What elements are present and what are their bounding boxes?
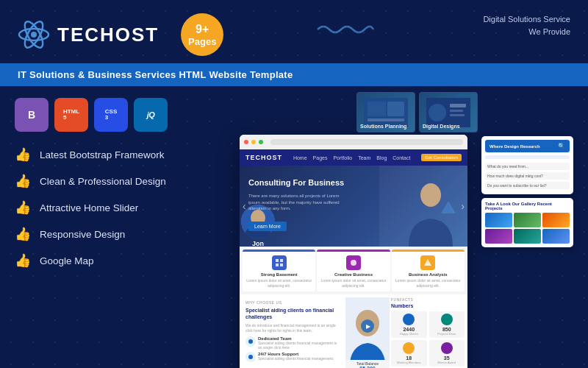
- thumbs-up-icon-1: 👍: [15, 146, 31, 163]
- gallery-item-1: [485, 213, 512, 227]
- mockup-cta-button[interactable]: Get Consultation: [421, 154, 462, 161]
- why-item-1: Dedicated Team Specialist aiding clients…: [245, 336, 341, 350]
- funfacts-section: Funfacts Numbers 2440 Happy Clients 850: [391, 297, 465, 368]
- feature-item-slider: 👍 Attractive Home Slider: [15, 199, 228, 216]
- hero-next-arrow[interactable]: ›: [461, 200, 465, 212]
- funfact-1: 2440 Happy Clients: [391, 311, 427, 338]
- feature-label-1: Latest Bootstrap Framework: [40, 149, 165, 160]
- svg-rect-16: [276, 263, 279, 266]
- funfacts-label: Funfacts: [391, 297, 465, 302]
- svg-rect-11: [450, 110, 463, 112]
- gallery-grid: [485, 213, 570, 244]
- tech-badges-row: B HTML5 CSS3 jQ: [15, 98, 228, 132]
- browser-mockup: TECHOST Home Pages Portfolio Team Blog C…: [240, 135, 467, 368]
- service-desc-2: Lorem ipsum dolor sit amet, consectetur …: [320, 278, 387, 288]
- svg-rect-17: [280, 263, 283, 266]
- service-title-2: Creative Business: [320, 272, 387, 277]
- html5-badge: HTML5: [54, 98, 88, 132]
- gallery-item-4: [485, 229, 512, 244]
- logo-text: TECHOST: [57, 24, 159, 46]
- why-item-text-1: Specialist aiding clients financial mana…: [258, 341, 341, 350]
- left-panel: B HTML5 CSS3 jQ 👍 Latest Bootstrap Frame…: [15, 98, 228, 368]
- feature-label-2: Clean & Professional Design: [40, 176, 166, 187]
- mini-screenshot-1: Solutions Planning: [356, 92, 415, 132]
- feature-item-bootstrap: 👍 Latest Bootstrap Framework: [15, 146, 228, 163]
- right-panel: Solutions Planning Digital Designs: [240, 98, 573, 368]
- svg-marker-19: [424, 259, 431, 266]
- form-q3: Do you want to subscribe to our list?: [485, 182, 570, 189]
- funfact-label-3: Working Members: [393, 361, 425, 364]
- why-title: Specialist aiding clients on financial c…: [245, 307, 341, 320]
- service-card-3: Business Analysis Lorem ipsum dolor sit …: [392, 250, 465, 291]
- logo-icon: [18, 18, 50, 51]
- photo-section: ▶ Total Balance $5,300: [345, 297, 390, 368]
- svg-rect-14: [276, 259, 279, 262]
- funfact-num-4: 35: [431, 355, 463, 361]
- hero-subtitle: There are many solutions all projects of…: [248, 193, 351, 211]
- funfact-num-3: 18: [393, 355, 425, 361]
- svg-point-9: [429, 104, 446, 121]
- svg-rect-5: [368, 102, 386, 116]
- service-title-3: Business Analysis: [395, 272, 462, 277]
- form-divider: [485, 155, 570, 159]
- thumbs-up-icon-3: 👍: [15, 199, 31, 216]
- funfact-label-4: Winner Award: [431, 361, 463, 364]
- gallery-item-2: [514, 213, 541, 227]
- svg-rect-6: [387, 102, 404, 116]
- gallery-item-6: [542, 229, 570, 244]
- funfact-num-1: 2440: [393, 327, 425, 332]
- why-item-icon-2: [245, 352, 256, 362]
- thumbs-up-icon-4: 👍: [15, 226, 31, 242]
- service-icon-2: [346, 255, 361, 270]
- funfact-num-2: 850: [431, 327, 463, 332]
- subtitle-text: IT Solutions & Business Services HTML We…: [18, 69, 293, 80]
- hero-prev-arrow[interactable]: ‹: [243, 200, 246, 212]
- form-q2: How much does digital mktg cost?: [485, 172, 570, 180]
- mockup-nav: TECHOST Home Pages Portfolio Team Blog C…: [240, 149, 467, 166]
- mini-screenshot-2: Digital Designs: [419, 92, 478, 132]
- service-desc-3: Lorem ipsum dolor sit amet, consectetur …: [395, 278, 462, 288]
- feature-label-5: Google Map: [40, 255, 94, 266]
- svg-rect-12: [450, 114, 465, 116]
- feature-item-map: 👍 Google Map: [15, 252, 228, 269]
- service-icon-3: [420, 255, 435, 270]
- header: TECHOST 9+ Pages Digital Solutions Servi…: [0, 0, 588, 63]
- funfact-4: 35 Winner Award: [429, 340, 465, 367]
- css3-badge: CSS3: [94, 98, 128, 132]
- feature-label-3: Attractive Home Slider: [40, 202, 138, 213]
- right-form-mockup: Where Design Research 🔍 What do you need…: [481, 136, 573, 194]
- main-container: TECHOST 9+ Pages Digital Solutions Servi…: [0, 0, 588, 368]
- why-item-text-2: Specialist aiding clients financial mana…: [258, 356, 341, 361]
- funfact-3: 18 Working Members: [391, 340, 427, 367]
- why-section: WHY CHOOSE US Specialist aiding clients …: [243, 297, 344, 368]
- form-header: Where Design Research 🔍: [485, 140, 570, 152]
- digital-solutions-text: Digital Solutions Service We Provide: [483, 13, 570, 38]
- browser-bar: [240, 135, 467, 149]
- gallery-mockup: Take A Look Our Gallery Recent Projects: [481, 198, 573, 247]
- why-label: WHY CHOOSE US: [245, 300, 341, 305]
- feature-item-clean: 👍 Clean & Professional Design: [15, 173, 228, 189]
- play-button[interactable]: ▶: [361, 319, 374, 333]
- funfact-label-2: Projects Done: [431, 332, 463, 336]
- feature-label-4: Responsive Design: [40, 229, 125, 240]
- service-icon-1: [272, 255, 287, 270]
- svg-point-3: [31, 32, 37, 38]
- service-card-1: Strong Basement Lorem ipsum dolor sit am…: [243, 250, 315, 291]
- balance-container: Total Balance $5,300: [345, 360, 390, 368]
- gallery-title: Take A Look Our Gallery Recent Projects: [485, 202, 570, 210]
- form-header-text: Where Design Research: [490, 144, 540, 149]
- thumbs-up-icon-2: 👍: [15, 173, 31, 189]
- hero-learn-more-button[interactable]: Learn More: [248, 222, 287, 231]
- gallery-item-3: [542, 213, 570, 227]
- jquery-badge: jQ: [134, 98, 168, 132]
- jon-label: Jon: [240, 240, 276, 247]
- bottom-sections: WHY CHOOSE US Specialist aiding clients …: [240, 294, 467, 368]
- service-cards-row: Strong Basement Lorem ipsum dolor sit am…: [240, 247, 467, 294]
- main-content: B HTML5 CSS3 jQ 👍 Latest Bootstrap Frame…: [0, 86, 588, 368]
- funfact-label-1: Happy Clients: [393, 332, 425, 336]
- svg-point-18: [351, 260, 356, 266]
- mockup-logo: TECHOST: [245, 154, 282, 161]
- right-side-panel: Where Design Research 🔍 What do you need…: [481, 136, 573, 247]
- why-item-2: 24/7 Hours Support Specialist aiding cli…: [245, 352, 341, 362]
- svg-rect-15: [280, 259, 283, 262]
